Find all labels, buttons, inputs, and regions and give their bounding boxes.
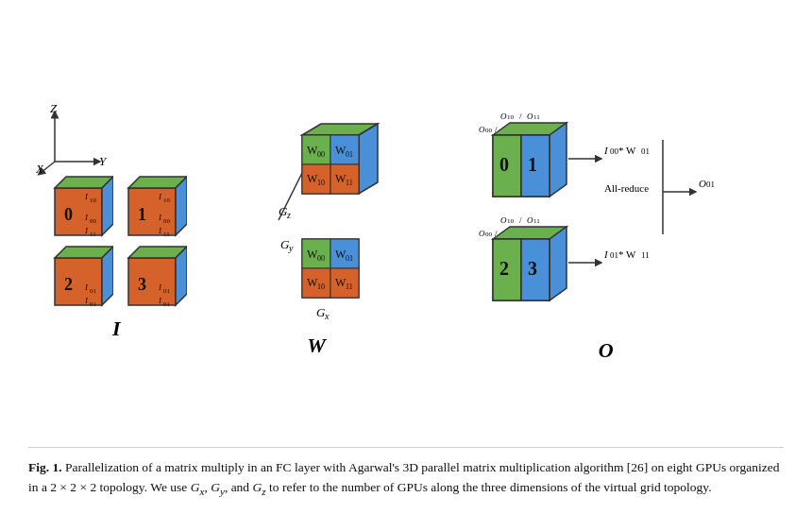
svg-text:* W: * W bbox=[618, 145, 636, 156]
svg-text:11: 11 bbox=[533, 217, 540, 225]
axes-svg: Z Y X bbox=[36, 105, 111, 176]
svg-text:11: 11 bbox=[346, 283, 353, 291]
svg-text:y: y bbox=[288, 243, 294, 253]
cube-3: 3 I 01 I 01 bbox=[119, 241, 187, 309]
cube-2: 2 I 01 I 01 bbox=[45, 241, 113, 309]
section-I-label: I bbox=[112, 317, 121, 341]
svg-text:3: 3 bbox=[138, 275, 146, 294]
section-W: G z W 00 W 01 bbox=[222, 107, 411, 358]
svg-rect-34 bbox=[128, 258, 176, 305]
svg-text:/: / bbox=[519, 111, 522, 121]
svg-text:I: I bbox=[603, 248, 609, 260]
svg-rect-16 bbox=[128, 188, 176, 235]
svg-text:00: 00 bbox=[163, 217, 171, 225]
fig-label: Fig. 1. bbox=[28, 460, 62, 474]
svg-text:11: 11 bbox=[641, 250, 650, 260]
svg-text:Z: Z bbox=[50, 105, 58, 115]
caption-text: Parallelization of a matrix multiply in … bbox=[28, 460, 780, 495]
svg-text:10: 10 bbox=[163, 197, 171, 204]
section-I: Z Y X bbox=[45, 114, 187, 341]
svg-text:0: 0 bbox=[499, 154, 509, 175]
svg-text:O: O bbox=[527, 215, 533, 225]
main-container: Z Y X bbox=[0, 0, 812, 514]
svg-text:O: O bbox=[699, 178, 706, 189]
svg-text:O: O bbox=[479, 125, 485, 134]
svg-text:00: 00 bbox=[485, 231, 493, 238]
diagram-area: Z Y X bbox=[28, 19, 784, 447]
caption-area: Fig. 1. Parallelization of a matrix mult… bbox=[28, 447, 784, 500]
svg-marker-8 bbox=[102, 177, 113, 235]
svg-text:11: 11 bbox=[533, 113, 540, 121]
section-W-label: W bbox=[307, 334, 326, 358]
svg-text:10: 10 bbox=[317, 179, 325, 187]
O-diagram-svg: O 10 / O 11 O 00 / O 01 bbox=[446, 102, 767, 357]
svg-text:11: 11 bbox=[163, 231, 170, 238]
svg-marker-46 bbox=[359, 124, 378, 194]
svg-text:z: z bbox=[286, 210, 291, 220]
svg-text:3: 3 bbox=[528, 258, 537, 279]
svg-text:11: 11 bbox=[90, 231, 96, 238]
cube-0: 0 I 10 I 00 I 11 bbox=[45, 171, 113, 239]
svg-text:10: 10 bbox=[507, 217, 515, 225]
svg-text:* W: * W bbox=[618, 248, 636, 260]
svg-text:01: 01 bbox=[706, 180, 715, 189]
svg-text:I: I bbox=[603, 145, 609, 156]
svg-text:01: 01 bbox=[90, 287, 97, 295]
svg-text:10: 10 bbox=[317, 283, 325, 291]
svg-text:O: O bbox=[500, 111, 507, 121]
svg-marker-90 bbox=[550, 123, 567, 197]
W-diagram-svg: G z W 00 W 01 bbox=[222, 107, 411, 352]
svg-text:X: X bbox=[36, 162, 44, 176]
cube-1: 1 I 10 I 00 I 11 bbox=[119, 171, 187, 239]
svg-text:01: 01 bbox=[90, 300, 97, 308]
svg-text:x: x bbox=[324, 311, 330, 321]
svg-text:O: O bbox=[527, 111, 533, 121]
svg-marker-36 bbox=[176, 247, 187, 305]
svg-text:1: 1 bbox=[528, 154, 537, 175]
cube-top-row: 0 I 10 I 00 I 11 1 I 10 I bbox=[45, 171, 187, 239]
svg-marker-18 bbox=[176, 177, 187, 235]
svg-text:2: 2 bbox=[64, 275, 73, 294]
svg-marker-28 bbox=[102, 247, 113, 305]
cube-bottom-row: 2 I 01 I 01 3 I 01 I 01 bbox=[45, 241, 187, 309]
svg-text:00: 00 bbox=[317, 150, 325, 159]
svg-text:01: 01 bbox=[610, 250, 618, 260]
svg-text:00: 00 bbox=[317, 254, 325, 263]
svg-rect-6 bbox=[55, 188, 102, 235]
svg-text:11: 11 bbox=[346, 179, 353, 187]
section-O-label: O bbox=[599, 338, 614, 363]
svg-text:10: 10 bbox=[507, 113, 515, 121]
svg-text:1: 1 bbox=[138, 205, 146, 224]
svg-text:01: 01 bbox=[346, 254, 353, 263]
svg-rect-26 bbox=[55, 258, 102, 305]
svg-text:00: 00 bbox=[90, 217, 97, 225]
svg-marker-118 bbox=[550, 227, 567, 300]
svg-text:Y: Y bbox=[99, 154, 108, 168]
svg-text:01: 01 bbox=[163, 287, 171, 295]
svg-text:01: 01 bbox=[163, 300, 171, 308]
svg-text:01: 01 bbox=[641, 146, 650, 156]
svg-text:O: O bbox=[479, 229, 485, 238]
svg-text:01: 01 bbox=[346, 150, 353, 159]
svg-text:O: O bbox=[500, 215, 507, 225]
svg-text:2: 2 bbox=[499, 258, 509, 279]
svg-text:/: / bbox=[519, 215, 522, 225]
section-O: O 10 / O 11 O 00 / O 01 bbox=[446, 102, 767, 363]
svg-text:0: 0 bbox=[64, 205, 73, 224]
svg-text:All-reduce: All-reduce bbox=[604, 182, 649, 194]
svg-text:00: 00 bbox=[485, 127, 493, 134]
svg-text:10: 10 bbox=[90, 197, 97, 204]
